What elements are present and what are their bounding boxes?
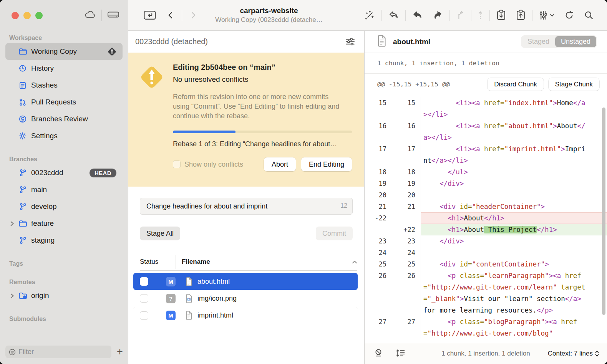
- commit-button[interactable]: Commit: [316, 227, 353, 240]
- sidebar-item-pull-requests[interactable]: Pull Requests: [5, 94, 123, 111]
- old-line-number: [365, 224, 392, 235]
- search-icon[interactable]: [579, 10, 599, 20]
- sidebar-item-branch-0023cddd[interactable]: 0023cddd HEAD: [5, 164, 123, 181]
- sidebar-tree: Workspace Working Copy History Stashes P…: [0, 31, 128, 339]
- chevron-right-icon[interactable]: [10, 221, 14, 226]
- diff-row[interactable]: 2424: [365, 247, 607, 258]
- discard-chunk-button[interactable]: Discard Chunk: [488, 78, 544, 91]
- cloud-services-icon[interactable]: [84, 10, 96, 20]
- new-line-number: 23: [392, 235, 421, 247]
- back-icon[interactable]: [161, 11, 180, 20]
- divider: [532, 10, 532, 21]
- window-controls: [12, 12, 43, 19]
- remote-name: origin: [31, 291, 49, 300]
- stage-checkbox[interactable]: [140, 277, 148, 286]
- diff-row[interactable]: 1818 </ul>: [365, 166, 607, 178]
- diff-row[interactable]: 1515 <li><a href="index.html">Home</a></…: [365, 97, 607, 120]
- stage-all-button[interactable]: Stage All: [140, 227, 180, 240]
- diff-row[interactable]: 2525 <div id="contentContainer">: [365, 258, 607, 270]
- show-only-conflicts-checkbox[interactable]: [173, 160, 181, 168]
- view-options-icon[interactable]: [534, 10, 559, 20]
- diff-row[interactable]: 1616 <li><a href="about.html">About</a><…: [365, 120, 607, 143]
- stash-apply-icon[interactable]: [511, 10, 531, 21]
- show-only-conflicts-label: Show only conflicts: [184, 160, 243, 169]
- add-button[interactable]: +: [115, 347, 124, 357]
- diff-row[interactable]: 2323 </div>: [365, 235, 607, 247]
- sidebar-item-stashes[interactable]: Stashes: [5, 77, 123, 94]
- branch-folder-name: feature: [31, 219, 54, 228]
- close-window-button[interactable]: [12, 12, 19, 19]
- repository-subtitle: Working Copy (0023cddd (detache…: [209, 16, 328, 24]
- minimize-window-button[interactable]: [23, 12, 31, 19]
- diff-row[interactable]: 2020: [365, 189, 607, 201]
- undo-icon[interactable]: [407, 10, 428, 20]
- sidebar-item-settings[interactable]: Settings: [5, 127, 123, 144]
- branches-review-icon: [18, 115, 27, 123]
- merge-icon[interactable]: [451, 10, 469, 20]
- new-line-number: 21: [392, 201, 421, 212]
- diff-row[interactable]: 2626 <p class="learnParagraph"><a href="…: [365, 270, 607, 316]
- status-column-header[interactable]: Status: [140, 258, 176, 266]
- sidebar-item-branches-review[interactable]: Branches Review: [5, 111, 123, 127]
- sidebar-item-branch-develop[interactable]: develop: [5, 198, 123, 215]
- diff-row[interactable]: 2121 <div id="headerContainer">: [365, 201, 607, 212]
- tab-staged[interactable]: Staged: [522, 36, 555, 47]
- rebase-progress-label: Rebase 1 of 3: Editing “Change headlines…: [173, 140, 352, 148]
- sidebar-item-remote-origin[interactable]: origin: [5, 287, 123, 304]
- diff-row[interactable]: -22 <h1>About</h1>: [365, 212, 607, 224]
- diff-row[interactable]: 1919 </div>: [365, 178, 607, 189]
- commit-message-input[interactable]: [140, 198, 353, 215]
- tab-unstaged[interactable]: Unstaged: [555, 36, 596, 47]
- magic-wand-icon[interactable]: [360, 10, 380, 20]
- abort-button[interactable]: Abort: [264, 157, 296, 171]
- filter-input[interactable]: [5, 346, 111, 358]
- diff-row[interactable]: +22 <h1>About This Project</h1>: [365, 224, 607, 235]
- code-line: </ul>: [421, 166, 607, 178]
- sidebar-item-working-copy[interactable]: Working Copy: [5, 43, 123, 60]
- code-line: <div id="contentContainer">: [421, 258, 607, 270]
- line-spacing-icon[interactable]: [396, 349, 405, 359]
- filename: img/icon.png: [197, 295, 237, 303]
- file-row-about-html[interactable]: M about.html: [133, 273, 358, 290]
- commit-area: 12 Stage All Commit: [128, 187, 364, 240]
- refresh-icon[interactable]: [559, 10, 579, 20]
- open-repository-icon[interactable]: [138, 10, 161, 20]
- sidebar-item-branch-main[interactable]: main: [5, 181, 123, 198]
- stash-save-icon[interactable]: [491, 10, 511, 21]
- sort-direction-icon[interactable]: [352, 260, 357, 264]
- staged-unstaged-toggle: Staged Unstaged: [521, 35, 597, 48]
- old-line-number: 25: [365, 258, 392, 270]
- redo-icon[interactable]: [428, 10, 448, 20]
- code-line: [421, 189, 607, 201]
- sidebar-item-branch-staging[interactable]: staging: [5, 232, 123, 249]
- diff-row[interactable]: 2727 <p class="blogParagraph"><a href="h…: [365, 316, 607, 339]
- stage-checkbox[interactable]: [140, 311, 148, 320]
- discard-icon[interactable]: [383, 10, 404, 20]
- file-row-imprint-html[interactable]: M imprint.html: [133, 307, 358, 324]
- view-filter-icon[interactable]: [345, 38, 355, 46]
- new-line-number: 25: [392, 258, 421, 270]
- ignore-whitespace-icon[interactable]: [375, 349, 383, 359]
- fullscreen-window-button[interactable]: [35, 12, 43, 19]
- branch-icon: [18, 237, 27, 244]
- stage-checkbox[interactable]: [140, 294, 148, 303]
- sidebar-item-branch-folder-feature[interactable]: feature: [5, 215, 123, 232]
- old-line-number: 15: [365, 97, 392, 120]
- code-line: </div>: [421, 178, 607, 189]
- chevron-right-icon[interactable]: [10, 293, 14, 298]
- filename-column-header[interactable]: Filename: [182, 258, 210, 266]
- diff-row[interactable]: 1717 <li><a href="imprint.html">Imprint<…: [365, 143, 607, 166]
- file-row-img-icon-png[interactable]: ? img/icon.png: [133, 290, 358, 307]
- sidebar-item-history[interactable]: History: [5, 60, 123, 77]
- stage-chunk-button[interactable]: Stage Chunk: [549, 78, 599, 91]
- folder-icon: [18, 48, 27, 55]
- file-table-header: Status Filename: [140, 253, 357, 271]
- remote-folder-icon: [18, 292, 27, 299]
- context-lines-control[interactable]: Context: 7 lines: [548, 350, 599, 357]
- forward-icon[interactable]: [184, 11, 202, 20]
- local-repositories-icon[interactable]: [107, 10, 119, 20]
- end-editing-button[interactable]: End Editing: [301, 157, 352, 171]
- scrollbar-thumb[interactable]: [602, 108, 605, 315]
- rebase-icon[interactable]: [473, 10, 488, 20]
- old-line-number: 20: [365, 189, 392, 201]
